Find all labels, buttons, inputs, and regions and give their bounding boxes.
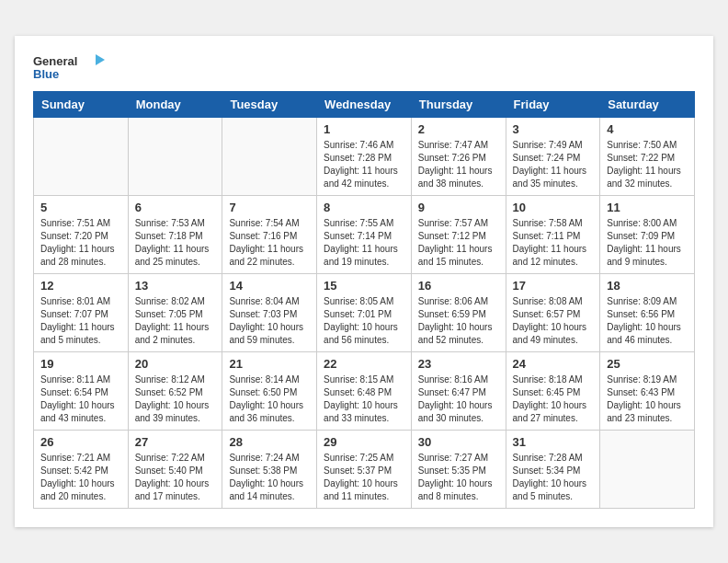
calendar-container: General Blue Sunday Monday Tuesday Wedne…	[15, 36, 713, 527]
cell-info: Sunrise: 8:09 AMSunset: 6:56 PMDaylight:…	[607, 295, 688, 347]
calendar-cell: 2Sunrise: 7:47 AMSunset: 7:26 PMDaylight…	[411, 118, 506, 196]
cell-info: Sunrise: 8:11 AMSunset: 6:54 PMDaylight:…	[40, 373, 121, 425]
calendar-cell: 31Sunrise: 7:28 AMSunset: 5:34 PMDayligh…	[506, 431, 600, 509]
day-number: 18	[607, 279, 688, 293]
cell-info: Sunrise: 7:53 AMSunset: 7:18 PMDaylight:…	[135, 217, 216, 269]
cell-info: Sunrise: 7:55 AMSunset: 7:14 PMDaylight:…	[324, 217, 404, 269]
calendar-cell	[222, 118, 317, 196]
cell-info: Sunrise: 7:47 AMSunset: 7:26 PMDaylight:…	[418, 139, 499, 190]
day-number: 22	[324, 357, 404, 371]
day-number: 9	[418, 201, 499, 214]
calendar-cell: 25Sunrise: 8:19 AMSunset: 6:43 PMDayligh…	[600, 352, 695, 431]
day-number: 3	[513, 122, 594, 136]
calendar-cell: 18Sunrise: 8:09 AMSunset: 6:56 PMDayligh…	[600, 274, 695, 352]
day-number: 23	[418, 357, 499, 371]
col-friday: Friday	[506, 92, 600, 118]
calendar-cell: 14Sunrise: 8:04 AMSunset: 7:03 PMDayligh…	[222, 274, 317, 352]
day-number: 28	[229, 435, 310, 449]
calendar-cell: 12Sunrise: 8:01 AMSunset: 7:07 PMDayligh…	[34, 274, 129, 352]
calendar-week-4: 19Sunrise: 8:11 AMSunset: 6:54 PMDayligh…	[34, 352, 695, 431]
calendar-cell: 29Sunrise: 7:25 AMSunset: 5:37 PMDayligh…	[317, 431, 412, 509]
calendar-cell: 3Sunrise: 7:49 AMSunset: 7:24 PMDaylight…	[506, 118, 600, 196]
svg-text:General: General	[33, 54, 77, 68]
cell-info: Sunrise: 8:00 AMSunset: 7:09 PMDaylight:…	[607, 217, 688, 269]
day-number: 2	[418, 122, 499, 136]
day-number: 30	[418, 435, 499, 449]
calendar-week-3: 12Sunrise: 8:01 AMSunset: 7:07 PMDayligh…	[34, 274, 695, 352]
calendar-cell: 30Sunrise: 7:27 AMSunset: 5:35 PMDayligh…	[411, 431, 506, 509]
day-number: 15	[324, 279, 404, 293]
calendar-cell: 11Sunrise: 8:00 AMSunset: 7:09 PMDayligh…	[600, 196, 695, 274]
calendar-cell: 17Sunrise: 8:08 AMSunset: 6:57 PMDayligh…	[506, 274, 600, 352]
day-number: 7	[229, 201, 310, 214]
calendar-cell: 13Sunrise: 8:02 AMSunset: 7:05 PMDayligh…	[128, 274, 222, 352]
cell-info: Sunrise: 7:24 AMSunset: 5:38 PMDaylight:…	[229, 452, 310, 503]
day-number: 1	[324, 122, 404, 136]
calendar-cell: 19Sunrise: 8:11 AMSunset: 6:54 PMDayligh…	[34, 352, 129, 431]
calendar-cell: 7Sunrise: 7:54 AMSunset: 7:16 PMDaylight…	[222, 196, 317, 274]
calendar-cell: 26Sunrise: 7:21 AMSunset: 5:42 PMDayligh…	[34, 431, 129, 509]
cell-info: Sunrise: 7:54 AMSunset: 7:16 PMDaylight:…	[229, 217, 310, 269]
cell-info: Sunrise: 7:50 AMSunset: 7:22 PMDaylight:…	[607, 139, 688, 190]
calendar-week-2: 5Sunrise: 7:51 AMSunset: 7:20 PMDaylight…	[34, 196, 695, 274]
cell-info: Sunrise: 7:57 AMSunset: 7:12 PMDaylight:…	[418, 217, 499, 269]
calendar-cell: 28Sunrise: 7:24 AMSunset: 5:38 PMDayligh…	[222, 431, 317, 509]
day-number: 26	[40, 435, 121, 449]
cell-info: Sunrise: 8:02 AMSunset: 7:05 PMDaylight:…	[135, 295, 216, 347]
day-number: 8	[324, 201, 404, 214]
col-wednesday: Wednesday	[317, 92, 412, 118]
calendar-cell: 1Sunrise: 7:46 AMSunset: 7:28 PMDaylight…	[317, 118, 412, 196]
cell-info: Sunrise: 7:46 AMSunset: 7:28 PMDaylight:…	[324, 139, 404, 190]
calendar-cell: 8Sunrise: 7:55 AMSunset: 7:14 PMDaylight…	[317, 196, 412, 274]
day-number: 25	[607, 357, 688, 371]
cell-info: Sunrise: 8:16 AMSunset: 6:47 PMDaylight:…	[418, 373, 499, 425]
day-number: 4	[607, 122, 688, 136]
logo: General Blue	[33, 51, 107, 82]
calendar-cell: 6Sunrise: 7:53 AMSunset: 7:18 PMDaylight…	[128, 196, 222, 274]
day-number: 17	[513, 279, 594, 293]
col-saturday: Saturday	[600, 92, 695, 118]
calendar-week-5: 26Sunrise: 7:21 AMSunset: 5:42 PMDayligh…	[34, 431, 695, 509]
cell-info: Sunrise: 8:19 AMSunset: 6:43 PMDaylight:…	[607, 373, 688, 425]
calendar-header: General Blue	[33, 51, 695, 82]
day-number: 5	[40, 201, 121, 214]
day-number: 27	[135, 435, 216, 449]
logo-icon: General Blue	[33, 51, 107, 82]
cell-info: Sunrise: 8:06 AMSunset: 6:59 PMDaylight:…	[418, 295, 499, 347]
day-number: 14	[229, 279, 310, 293]
calendar-cell	[128, 118, 222, 196]
col-sunday: Sunday	[34, 92, 129, 118]
day-number: 31	[513, 435, 594, 449]
col-tuesday: Tuesday	[222, 92, 317, 118]
calendar-cell: 22Sunrise: 8:15 AMSunset: 6:48 PMDayligh…	[317, 352, 412, 431]
calendar-cell: 15Sunrise: 8:05 AMSunset: 7:01 PMDayligh…	[317, 274, 412, 352]
calendar-cell: 27Sunrise: 7:22 AMSunset: 5:40 PMDayligh…	[128, 431, 222, 509]
day-number: 11	[607, 201, 688, 214]
day-number: 21	[229, 357, 310, 371]
calendar-cell	[34, 118, 129, 196]
cell-info: Sunrise: 7:25 AMSunset: 5:37 PMDaylight:…	[324, 452, 404, 503]
calendar-cell: 21Sunrise: 8:14 AMSunset: 6:50 PMDayligh…	[222, 352, 317, 431]
cell-info: Sunrise: 7:51 AMSunset: 7:20 PMDaylight:…	[40, 217, 121, 269]
calendar-header-row: Sunday Monday Tuesday Wednesday Thursday…	[34, 92, 695, 118]
calendar-cell: 16Sunrise: 8:06 AMSunset: 6:59 PMDayligh…	[411, 274, 506, 352]
day-number: 6	[135, 201, 216, 214]
cell-info: Sunrise: 8:14 AMSunset: 6:50 PMDaylight:…	[229, 373, 310, 425]
cell-info: Sunrise: 7:58 AMSunset: 7:11 PMDaylight:…	[513, 217, 594, 269]
cell-info: Sunrise: 8:12 AMSunset: 6:52 PMDaylight:…	[135, 373, 216, 425]
calendar-week-1: 1Sunrise: 7:46 AMSunset: 7:28 PMDaylight…	[34, 118, 695, 196]
calendar-cell: 10Sunrise: 7:58 AMSunset: 7:11 PMDayligh…	[506, 196, 600, 274]
cell-info: Sunrise: 8:01 AMSunset: 7:07 PMDaylight:…	[40, 295, 121, 347]
cell-info: Sunrise: 8:18 AMSunset: 6:45 PMDaylight:…	[513, 373, 594, 425]
calendar-table: Sunday Monday Tuesday Wednesday Thursday…	[33, 91, 695, 509]
day-number: 16	[418, 279, 499, 293]
calendar-cell: 5Sunrise: 7:51 AMSunset: 7:20 PMDaylight…	[34, 196, 129, 274]
calendar-cell: 24Sunrise: 8:18 AMSunset: 6:45 PMDayligh…	[506, 352, 600, 431]
cell-info: Sunrise: 7:27 AMSunset: 5:35 PMDaylight:…	[418, 452, 499, 503]
day-number: 24	[513, 357, 594, 371]
cell-info: Sunrise: 8:15 AMSunset: 6:48 PMDaylight:…	[324, 373, 404, 425]
cell-info: Sunrise: 8:05 AMSunset: 7:01 PMDaylight:…	[324, 295, 404, 347]
day-number: 12	[40, 279, 121, 293]
calendar-cell: 9Sunrise: 7:57 AMSunset: 7:12 PMDaylight…	[411, 196, 506, 274]
day-number: 19	[40, 357, 121, 371]
